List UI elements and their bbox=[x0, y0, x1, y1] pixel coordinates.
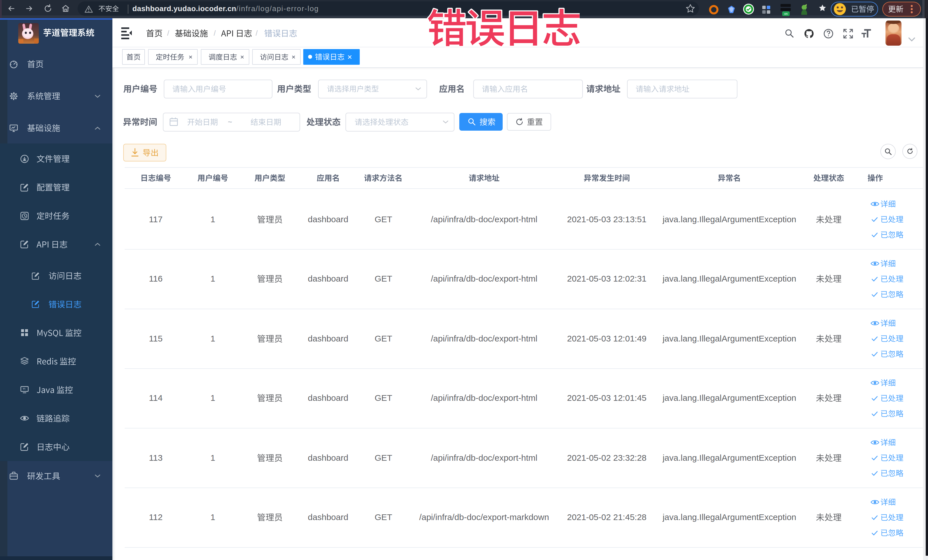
svg-text:on: on bbox=[784, 12, 788, 15]
